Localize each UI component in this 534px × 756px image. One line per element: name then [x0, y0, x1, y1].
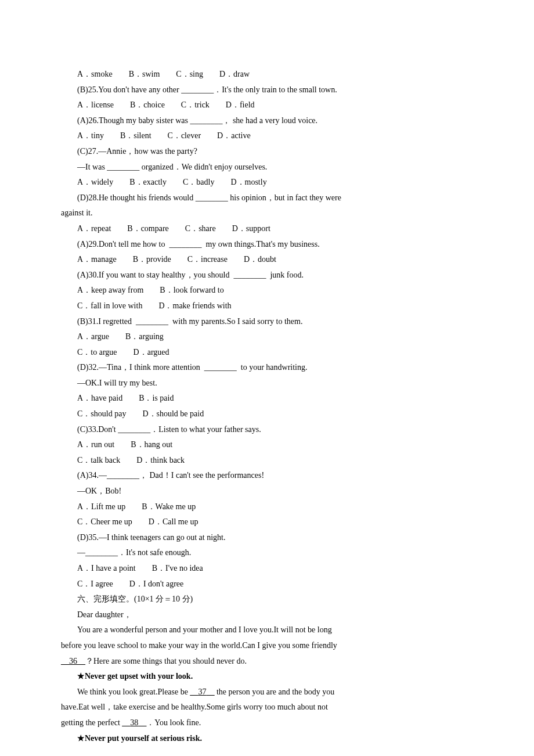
text-segment: before you leave school to make your way… — [61, 641, 337, 650]
text-line: A．have paid B．is paid — [61, 391, 473, 406]
text-segment: 36 — [69, 657, 77, 665]
text-segment: A．have paid B．is paid — [77, 394, 174, 402]
text-line: A．manage B．provide C．increase D．doubt — [61, 252, 473, 268]
text-line: (D)35.—I think teenagers can go out at n… — [61, 530, 473, 546]
text-line: (B)25.You don't have any other ________．… — [61, 82, 473, 98]
text-line: 六、完形填空。(10×1 分＝10 分) — [61, 592, 473, 607]
text-line: A．tiny B．silent C．clever D．active — [61, 128, 473, 144]
text-segment: C．should pay D．should be paid — [77, 409, 204, 418]
text-segment: ★Never get upset with your look. — [77, 672, 193, 681]
text-segment: (B)31.I regretted ________ with my paren… — [77, 317, 302, 326]
text-segment: getting the perfect — [61, 718, 122, 727]
text-segment: (D)32.—Tina，I think more attention _____… — [77, 363, 308, 372]
text-line: C．fall in love with D．make friends with — [61, 298, 473, 314]
text-segment: (D)28.He thought his friends would _____… — [77, 193, 341, 202]
text-segment: (A)34.—________， Dad！I can't see the per… — [77, 471, 264, 480]
text-line: against it. — [61, 206, 473, 221]
text-segment: ．You look fine. — [146, 718, 201, 727]
text-line: A．keep away from B．look forward to — [61, 283, 473, 298]
document-page: A．smoke B．swim C．sing D．draw(B)25.You do… — [0, 0, 534, 756]
text-segment: Dear daughter， — [77, 610, 132, 619]
text-segment: C．I agree D．I don't agree — [77, 579, 183, 588]
text-line: —________．It's not safe enough. — [61, 545, 473, 561]
text-segment: —It was ________ organized．We didn't enj… — [77, 163, 267, 171]
text-line: Dear daughter， — [61, 607, 473, 623]
text-segment: (A)26.Though my baby sister was ________… — [77, 116, 317, 125]
text-line: (D)28.He thought his friends would _____… — [61, 190, 473, 206]
text-line: A．license B．choice C．trick D．field — [61, 98, 473, 113]
text-line: ★Never put yourself at serious risk. — [61, 731, 473, 747]
text-segment: (D)35.—I think teenagers can go out at n… — [77, 533, 225, 542]
text-segment: __ — [190, 687, 198, 696]
text-line: A．Lift me up B．Wake me up — [61, 499, 473, 515]
text-segment: A．argue B．arguing — [77, 332, 164, 341]
text-segment: ★Never put yourself at serious risk. — [77, 734, 202, 743]
text-segment: A．widely B．exactly C．badly D．mostly — [77, 178, 267, 186]
text-line: A．smoke B．swim C．sing D．draw — [61, 67, 473, 82]
text-line: (C)33.Don't ________．Listen to what your… — [61, 422, 473, 438]
text-segment: (A)29.Don't tell me how to ________ my o… — [77, 240, 320, 249]
text-segment: __ — [77, 657, 85, 665]
text-line: —OK.I will try my best. — [61, 376, 473, 391]
text-segment: We think you look great.Please be — [77, 687, 190, 696]
text-line: (A)26.Though my baby sister was ________… — [61, 113, 473, 129]
text-line: A．argue B．arguing — [61, 329, 473, 345]
text-line: —OK，Bob! — [61, 484, 473, 499]
text-segment: 六、完形填空。(10×1 分＝10 分) — [77, 595, 193, 603]
text-segment: A．manage B．provide C．increase D．doubt — [77, 255, 276, 264]
text-segment: A．keep away from B．look forward to — [77, 286, 224, 294]
text-segment: (A)30.If you want to stay healthy，you sh… — [77, 271, 304, 279]
text-segment: —OK.I will try my best. — [77, 379, 157, 387]
text-line: C．to argue D．argued — [61, 345, 473, 361]
text-line: before you leave school to make your way… — [61, 638, 473, 654]
text-segment: the person you are and the body you — [214, 687, 334, 696]
text-segment: __ — [122, 718, 130, 727]
text-segment: have.Eat well，take exercise and be healt… — [61, 703, 328, 711]
text-segment: __ — [138, 718, 146, 727]
text-segment: ？Here are some things that you should ne… — [85, 657, 247, 665]
text-segment: —________．It's not safe enough. — [77, 548, 191, 557]
text-segment: (B)25.You don't have any other ________．… — [77, 85, 337, 94]
text-segment: (C)33.Don't ________．Listen to what your… — [77, 425, 261, 434]
text-line: C．should pay D．should be paid — [61, 406, 473, 422]
text-line: C．Cheer me up D．Call me up — [61, 514, 473, 530]
text-segment: —OK，Bob! — [77, 487, 121, 495]
text-segment: A．run out B．hang out — [77, 440, 172, 449]
text-segment: You are a wonderful person and your moth… — [77, 625, 332, 634]
text-segment: C．talk back D．think back — [77, 456, 185, 465]
text-line: (A)34.—________， Dad！I can't see the per… — [61, 468, 473, 484]
text-line: A．widely B．exactly C．badly D．mostly — [61, 175, 473, 190]
text-line: (B)31.I regretted ________ with my paren… — [61, 314, 473, 330]
text-segment: A．Lift me up B．Wake me up — [77, 502, 196, 511]
text-line: C．talk back D．think back — [61, 453, 473, 469]
text-line: You are a wonderful person and your moth… — [61, 622, 473, 638]
text-line: A．repeat B．compare C．share D．support — [61, 221, 473, 237]
text-segment: A．tiny B．silent C．clever D．active — [77, 131, 251, 140]
text-segment: C．Cheer me up D．Call me up — [77, 517, 198, 526]
text-segment: A．license B．choice C．trick D．field — [77, 100, 255, 109]
text-line: C．I agree D．I don't agree — [61, 577, 473, 592]
text-segment: 37 — [198, 687, 206, 696]
text-line: (D)32.—Tina，I think more attention _____… — [61, 360, 473, 376]
text-line: __36__？Here are some things that you sho… — [61, 654, 473, 669]
text-segment: (C)27.—Annie，how was the party? — [77, 147, 197, 156]
text-segment: A．I have a point B．I've no idea — [77, 564, 203, 573]
text-segment: __ — [61, 657, 69, 665]
text-segment: __ — [206, 687, 214, 696]
text-line: getting the perfect __38__．You look fine… — [61, 715, 473, 731]
text-line: (A)30.If you want to stay healthy，you sh… — [61, 268, 473, 283]
text-line: A．I have a point B．I've no idea — [61, 561, 473, 577]
text-segment: C．fall in love with D．make friends with — [77, 301, 232, 310]
text-line: We think you look great.Please be __37__… — [61, 685, 473, 700]
text-segment: against it. — [61, 208, 92, 217]
text-line: (A)29.Don't tell me how to ________ my o… — [61, 237, 473, 253]
text-segment: C．to argue D．argued — [77, 348, 169, 357]
text-line: ★Never get upset with your look. — [61, 669, 473, 685]
text-segment: A．repeat B．compare C．share D．support — [77, 224, 270, 233]
text-segment: A．smoke B．swim C．sing D．draw — [77, 70, 250, 78]
text-line: —It was ________ organized．We didn't enj… — [61, 160, 473, 175]
text-line: A．run out B．hang out — [61, 437, 473, 453]
text-line: (C)27.—Annie，how was the party? — [61, 144, 473, 160]
text-line: have.Eat well，take exercise and be healt… — [61, 700, 473, 715]
text-segment: 38 — [130, 718, 138, 727]
